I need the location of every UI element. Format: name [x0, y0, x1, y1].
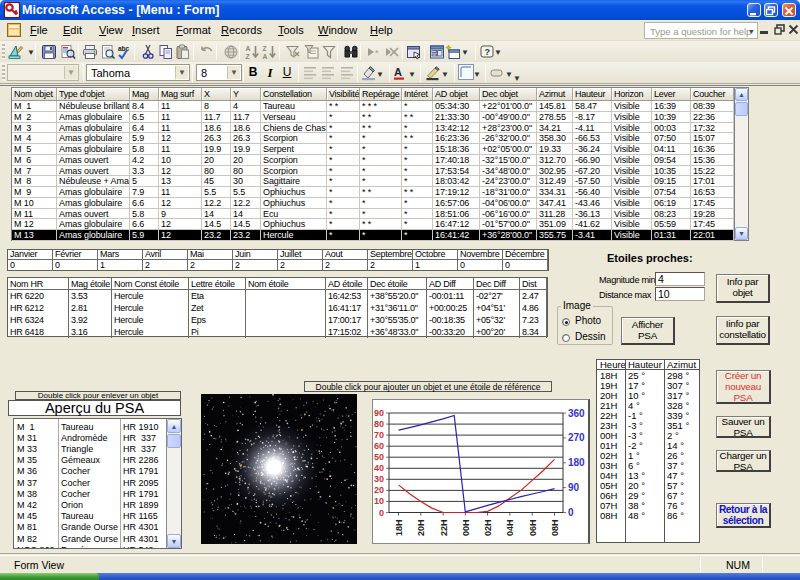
svg-text:A: A [246, 45, 251, 52]
svg-text:Z: Z [246, 53, 250, 60]
svg-text:02H: 02H [483, 520, 493, 537]
svg-text:90: 90 [568, 482, 580, 493]
svg-text:20H: 20H [416, 520, 426, 537]
svg-text:0: 0 [568, 507, 574, 518]
svg-text:80: 80 [374, 419, 384, 429]
svg-text:A: A [394, 66, 402, 78]
svg-text:10: 10 [374, 496, 384, 506]
svg-text:30: 30 [374, 474, 384, 484]
svg-text:50: 50 [374, 452, 384, 462]
svg-text:360: 360 [568, 408, 585, 419]
svg-text:40: 40 [374, 463, 384, 473]
svg-text:A: A [263, 53, 268, 60]
svg-text:Z: Z [263, 45, 267, 52]
svg-text:08H: 08H [550, 520, 560, 537]
svg-text:?: ? [485, 47, 491, 57]
svg-text:06H: 06H [528, 520, 538, 537]
svg-text:180: 180 [568, 457, 585, 468]
svg-text:abc: abc [118, 45, 130, 52]
svg-text:22H: 22H [439, 520, 449, 537]
svg-text:270: 270 [568, 432, 585, 443]
svg-text:70: 70 [374, 430, 384, 440]
svg-text:20: 20 [374, 485, 384, 495]
svg-text:0: 0 [379, 508, 384, 518]
svg-text:04H: 04H [505, 520, 515, 537]
svg-text:00H: 00H [461, 520, 471, 537]
svg-text:18H: 18H [394, 520, 404, 537]
svg-text:90: 90 [374, 408, 384, 418]
svg-text:60: 60 [374, 441, 384, 451]
svg-text:*: * [375, 48, 379, 58]
